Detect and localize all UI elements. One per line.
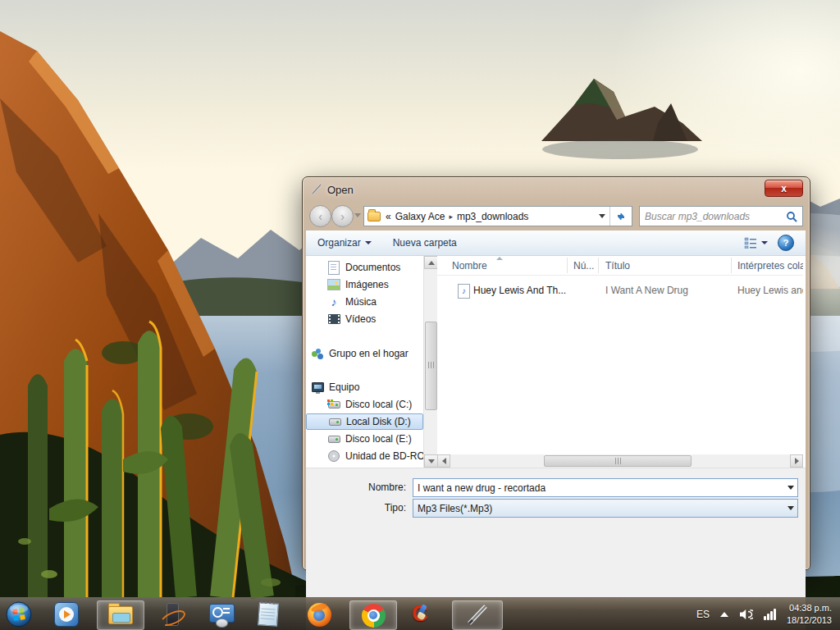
taskbar-ccleaner[interactable]: C	[409, 600, 436, 628]
column-titulo[interactable]: Título	[605, 260, 630, 272]
breadcrumb-separator-icon: ▸	[449, 212, 453, 221]
breadcrumb-mp3-downloads[interactable]: mp3_downloads	[457, 211, 528, 222]
navigation-pane: Documentos Imágenes ♪ Música Vídeos	[306, 256, 423, 468]
taskbar-audio-editor[interactable]	[452, 600, 503, 630]
scroll-left-button[interactable]	[437, 454, 450, 468]
sidebar-item-local-disk-d[interactable]: Local Disk (D:)	[306, 413, 423, 430]
network-icon[interactable]	[764, 609, 776, 620]
notepad-icon	[258, 602, 279, 627]
arrow-up-icon	[428, 261, 435, 265]
sidebar-item-unidad-bd-rom[interactable]: Unidad de BD-RO	[306, 448, 423, 464]
sidebar-item-grupo-en-el-hogar[interactable]: Grupo en el hogar	[306, 345, 423, 362]
file-name: Huey Lewis And Th...	[473, 285, 566, 296]
dialog-title: Open	[327, 184, 354, 196]
sidebar-item-documentos[interactable]: Documentos	[306, 259, 423, 276]
taskbar-notepad[interactable]	[254, 600, 282, 628]
column-nombre[interactable]: Nombre	[452, 260, 487, 272]
breadcrumb-prefix: «	[386, 211, 391, 222]
column-numero[interactable]: Nú...	[573, 260, 594, 272]
chevron-down-icon[interactable]	[783, 479, 797, 496]
close-icon: x	[781, 183, 787, 194]
scrollbar-thumb[interactable]	[425, 322, 437, 410]
address-bar[interactable]: « Galaxy Ace ▸ mp3_downloads	[363, 206, 632, 226]
forward-button[interactable]: ›	[331, 205, 354, 227]
sidebar-item-imagenes[interactable]: Imágenes	[306, 276, 423, 293]
taskbar-windows-media-player[interactable]	[52, 600, 80, 628]
search-icon[interactable]	[786, 211, 797, 222]
breadcrumb-galaxy-ace[interactable]: Galaxy Ace	[395, 211, 445, 222]
close-button[interactable]: x	[765, 180, 803, 197]
windows-start-icon	[6, 601, 32, 628]
computer-icon	[311, 381, 324, 394]
sidebar-item-disco-local-c[interactable]: Disco local (C:)	[306, 396, 423, 413]
filetype-select[interactable]: Mp3 Files(*.Mp3)	[413, 499, 798, 518]
help-button[interactable]: ?	[778, 235, 794, 251]
dialog-titlebar[interactable]: Open x	[303, 177, 810, 202]
list-view-icon	[744, 237, 757, 249]
volume-icon[interactable]	[739, 609, 753, 620]
folder-icon	[368, 212, 381, 221]
address-dropdown-icon[interactable]	[595, 207, 609, 226]
search-input[interactable]: Buscar mp3_downloads	[639, 206, 803, 226]
sort-ascending-icon	[496, 257, 503, 260]
firefox-icon	[308, 603, 331, 627]
back-button[interactable]: ‹	[309, 205, 331, 227]
clock[interactable]: 04:38 p.m. 18/12/2013	[787, 602, 832, 627]
taskbar-chrome[interactable]	[349, 600, 397, 630]
column-interpretes[interactable]: Intérpretes cola	[737, 260, 803, 272]
system-tray: ES 04:38 p.m. 18/12/2013	[696, 598, 840, 630]
hidden-icons-button[interactable]	[720, 612, 728, 617]
control-panel-icon	[209, 604, 233, 626]
dialog-body: Organizar Nueva carpeta	[306, 231, 806, 630]
scroll-up-button[interactable]	[424, 256, 438, 269]
taskbar-windows-explorer[interactable]	[97, 600, 144, 630]
name-field-label: Nombre:	[322, 482, 406, 493]
filename-input[interactable]: I want a new drug - recortada	[413, 478, 798, 497]
history-dropdown-icon[interactable]	[354, 213, 361, 217]
navigation-row: ‹ › « Galaxy Ace ▸ mp3_downloads Buscar …	[303, 202, 810, 231]
command-toolbar: Organizar Nueva carpeta	[306, 231, 806, 256]
ccleaner-icon: C	[410, 602, 435, 627]
scroll-down-button[interactable]	[424, 454, 438, 468]
filelist-horizontal-scrollbar[interactable]	[437, 454, 803, 468]
file-row[interactable]: ♪ Huey Lewis And Th... I Want A New Drug…	[437, 282, 803, 299]
media-player-icon	[54, 602, 79, 627]
sidebar-item-musica[interactable]: ♪ Música	[306, 294, 423, 310]
music-file-icon: ♪	[458, 284, 470, 299]
pencil-icon	[311, 183, 323, 195]
taskbar-control-panel[interactable]	[207, 600, 235, 628]
save-dialog-window: Open x ‹ › « Galaxy Ace ▸ mp3_downloads …	[302, 176, 810, 570]
music-icon: ♪	[327, 295, 340, 308]
refresh-button[interactable]	[609, 207, 632, 226]
scrollbar-thumb[interactable]	[544, 455, 692, 467]
chevron-down-icon[interactable]	[783, 500, 797, 517]
explorer-folder-icon	[108, 606, 133, 624]
new-folder-button[interactable]: Nueva carpeta	[393, 237, 457, 249]
sidebar-scrollbar[interactable]	[423, 256, 437, 468]
videos-icon	[327, 313, 340, 326]
sidebar-item-equipo[interactable]: Equipo	[306, 379, 423, 395]
drive-icon	[327, 432, 340, 445]
scroll-right-button[interactable]	[790, 454, 803, 468]
arrow-down-icon	[428, 459, 435, 463]
chevron-down-icon	[761, 241, 768, 244]
search-placeholder: Buscar mp3_downloads	[645, 211, 786, 222]
arrow-left-icon	[442, 458, 446, 464]
start-button[interactable]	[5, 600, 33, 628]
tray-time: 04:38 p.m.	[787, 602, 832, 614]
drive-icon	[328, 415, 341, 428]
pencil-icon	[465, 603, 490, 628]
taskbar-firefox[interactable]	[305, 600, 333, 628]
sidebar-item-disco-local-e[interactable]: Disco local (E:)	[306, 431, 423, 447]
chevron-down-icon	[365, 241, 372, 244]
arrow-right-icon	[795, 458, 799, 464]
taskbar: C ES 04:38 p.m. 18/12/2013	[0, 597, 840, 630]
screen: { "desktop": { "wallpaper_description": …	[0, 0, 840, 630]
language-indicator[interactable]: ES	[696, 609, 710, 620]
taskbar-phone-sync[interactable]	[158, 600, 185, 628]
file-list: Nombre Nú... Título Intérpretes cola ♪ H…	[437, 256, 803, 468]
refresh-icon	[615, 211, 627, 222]
organize-menu[interactable]: Organizar	[317, 237, 372, 249]
sidebar-item-videos[interactable]: Vídeos	[306, 311, 423, 327]
views-button[interactable]	[744, 237, 768, 249]
